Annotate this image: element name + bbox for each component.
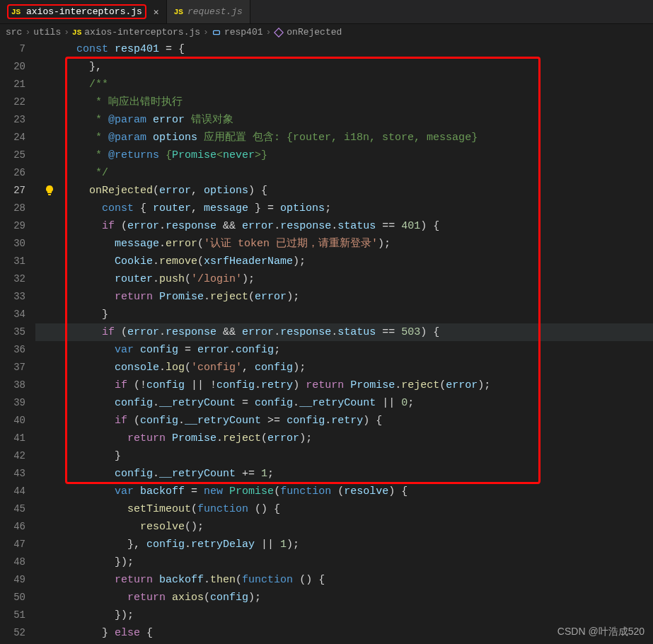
line-number[interactable]: 7 — [0, 40, 25, 58]
line-number[interactable]: 24 — [0, 129, 25, 146]
token-op: ) — [293, 379, 306, 391]
token-fn: remove — [159, 255, 197, 268]
line-number[interactable]: 25 — [0, 146, 25, 164]
line-number[interactable]: 43 — [0, 465, 25, 483]
token-op: } = — [248, 202, 280, 214]
line-number[interactable]: 26 — [0, 164, 25, 182]
token-var: resolve — [344, 485, 388, 498]
line-number[interactable]: 23 — [0, 111, 25, 129]
code-line[interactable]: const { router, message } = options; — [35, 200, 653, 217]
code-line[interactable]: config.__retryCount += 1; — [35, 465, 653, 483]
chevron-right-icon: › — [25, 27, 30, 38]
line-number[interactable]: 22 — [0, 93, 25, 111]
code-area[interactable]: const resp401 = { }, /** * 响应出错时执行 * @pa… — [35, 40, 653, 644]
line-number[interactable]: 52 — [0, 624, 25, 642]
token-kw2: return — [127, 432, 166, 444]
code-line[interactable]: var backoff = new Promise(function (reso… — [35, 483, 653, 500]
code-line[interactable]: * @param error 错误对象 — [35, 111, 653, 129]
breadcrumb-folder[interactable]: utils — [33, 27, 61, 38]
lightbulb-icon[interactable] — [44, 185, 55, 200]
code-line[interactable]: }); — [35, 553, 653, 571]
breadcrumb-symbol[interactable]: resp401 — [212, 27, 263, 38]
token-kw: function — [197, 503, 248, 515]
code-line[interactable]: var config = error.config; — [35, 341, 653, 359]
line-number[interactable]: 35 — [0, 323, 25, 341]
line-number[interactable]: 44 — [0, 483, 25, 500]
js-file-icon: JS — [72, 28, 81, 37]
code-line[interactable]: const resp401 = { — [35, 40, 653, 58]
token-paramtag: @returns — [108, 149, 159, 161]
line-number[interactable]: 31 — [0, 253, 25, 270]
token-op: ( — [236, 574, 242, 586]
line-number[interactable]: 33 — [0, 288, 25, 306]
line-number[interactable]: 49 — [0, 571, 25, 589]
token-op — [344, 379, 350, 391]
code-line[interactable]: router.push('/login'); — [35, 270, 653, 288]
code-line[interactable]: onRejected(error, options) { — [35, 182, 653, 200]
line-number[interactable]: 32 — [0, 270, 25, 288]
code-line[interactable]: return Promise.reject(error); — [35, 288, 653, 306]
code-line[interactable]: }); — [35, 606, 653, 624]
token-prop: response — [166, 220, 216, 232]
token-op: == — [376, 326, 401, 338]
token-op: ( — [185, 273, 191, 285]
token-kw2: if — [102, 326, 115, 338]
breadcrumb-file[interactable]: axios-interceptors.js — [84, 27, 200, 38]
token-op: . — [331, 220, 337, 232]
line-number[interactable]: 34 — [0, 306, 25, 323]
close-icon[interactable]: ✕ — [154, 6, 159, 18]
token-op: || — [255, 539, 280, 551]
line-number[interactable]: 50 — [0, 589, 25, 606]
line-number[interactable]: 29 — [0, 217, 25, 235]
tab-request-js[interactable]: JSrequest.js — [167, 0, 250, 23]
breadcrumb-symbol[interactable]: onRejected — [274, 27, 342, 38]
code-line[interactable]: Cookie.remove(xsrfHeaderName); — [35, 253, 653, 270]
token-op: . — [185, 539, 191, 551]
line-number[interactable]: 48 — [0, 553, 25, 571]
line-number[interactable]: 21 — [0, 76, 25, 93]
line-number[interactable]: 40 — [0, 412, 25, 430]
line-number[interactable]: 45 — [0, 500, 25, 518]
line-number[interactable]: 51 — [0, 606, 25, 624]
code-line[interactable]: */ — [35, 164, 653, 182]
code-line[interactable]: if (config.__retryCount >= config.retry)… — [35, 412, 653, 430]
code-line[interactable]: return axios(config); — [35, 589, 653, 606]
line-number[interactable]: 28 — [0, 200, 25, 217]
tab-axios-interceptors-js[interactable]: JS axios-interceptors.js✕ — [0, 0, 167, 23]
code-line[interactable]: config.__retryCount = config.__retryCoun… — [35, 394, 653, 412]
line-number[interactable]: 42 — [0, 447, 25, 465]
code-line[interactable]: /** — [35, 76, 653, 93]
code-line[interactable]: if (error.response && error.response.sta… — [35, 217, 653, 235]
code-line[interactable]: * 响应出错时执行 — [35, 93, 653, 111]
token-op — [153, 574, 159, 586]
code-line[interactable]: }, — [35, 58, 653, 76]
line-number[interactable]: 39 — [0, 394, 25, 412]
code-line[interactable]: * @param options 应用配置 包含: {router, i18n,… — [35, 129, 653, 146]
code-line[interactable]: * @returns {Promise<never>} — [35, 146, 653, 164]
code-line[interactable]: return Promise.reject(error); — [35, 430, 653, 447]
code-line[interactable]: setTimeout(function () { — [35, 500, 653, 518]
line-number[interactable]: 41 — [0, 430, 25, 447]
token-var: error — [242, 220, 274, 232]
line-number[interactable]: 30 — [0, 235, 25, 253]
code-line[interactable]: if (!config || !config.retry) return Pro… — [35, 376, 653, 394]
code-line[interactable]: return backoff.then(function () { — [35, 571, 653, 589]
line-number[interactable]: 20 — [0, 58, 25, 76]
code-line[interactable]: resolve(); — [35, 518, 653, 536]
breadcrumb-folder[interactable]: src — [6, 27, 22, 38]
line-number[interactable]: 36 — [0, 341, 25, 359]
code-line[interactable]: } — [35, 447, 653, 465]
code-line[interactable]: }, config.retryDelay || 1); — [35, 536, 653, 553]
line-number[interactable]: 27 — [0, 182, 25, 200]
token-prop: response — [166, 326, 216, 338]
code-line[interactable]: } — [35, 306, 653, 323]
code-line[interactable]: console.log('config', config); — [35, 359, 653, 376]
code-line[interactable]: message.error('认证 token 已过期，请重新登录'); — [35, 235, 653, 253]
line-number[interactable]: 47 — [0, 536, 25, 553]
editor[interactable]: 7202122232425262728293031323334353637383… — [0, 40, 653, 644]
line-number[interactable]: 37 — [0, 359, 25, 376]
code-line[interactable]: if (error.response && error.response.sta… — [35, 323, 653, 341]
token-op: . — [331, 326, 337, 338]
line-number[interactable]: 46 — [0, 518, 25, 536]
line-number[interactable]: 38 — [0, 376, 25, 394]
